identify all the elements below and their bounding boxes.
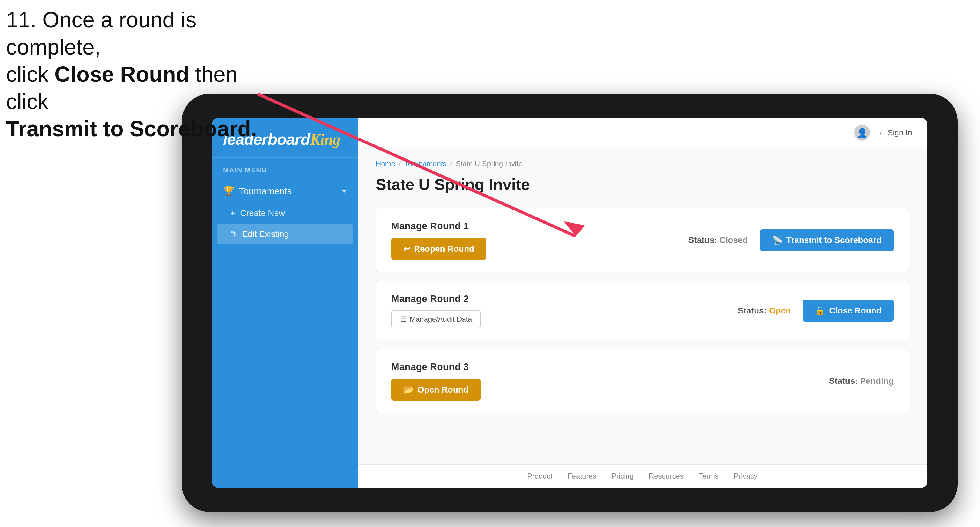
footer-link-pricing[interactable]: Pricing [611,472,634,480]
reopen-round-label: Reopen Round [414,244,474,254]
sign-in-icon: → [875,128,883,138]
footer-link-features[interactable]: Features [568,472,597,480]
open-icon: 📂 [403,385,414,395]
round-1-left: Manage Round 1 ↩ Reopen Round [391,221,486,260]
breadcrumb-current: State U Spring Invite [456,160,522,168]
instruction-transmit-bold: Transmit to Scoreboard. [6,117,257,141]
open-round-button[interactable]: 📂 Open Round [391,379,480,401]
footer-link-terms[interactable]: Terms [699,472,719,480]
transmit-to-scoreboard-button[interactable]: 📡 Transmit to Scoreboard [760,229,894,251]
main-menu-label: MAIN MENU [212,158,358,179]
manage-audit-data-button[interactable]: ☰ Manage/Audit Data [391,310,480,328]
round-2-left: Manage Round 2 ☰ Manage/Audit Data [391,293,480,328]
tablet-screen: leaderboardKing MAIN MENU 🏆 Tournaments … [212,118,927,487]
page-title: State U Spring Invite [376,175,909,194]
avatar: 👤 [854,125,870,141]
plus-icon: + [230,208,235,218]
status-label-3: Status: [829,376,858,386]
status-value-3: Pending [860,376,894,386]
app-layout: leaderboardKing MAIN MENU 🏆 Tournaments … [212,118,927,487]
round-card-1: Manage Round 1 ↩ Reopen Round Status: Cl… [376,208,909,272]
sign-in-label: Sign In [888,128,912,138]
sidebar-item-tournaments[interactable]: 🏆 Tournaments [212,179,358,203]
transmit-label: Transmit to Scoreboard [786,235,881,245]
logo-king: King [310,131,340,148]
footer: Product Features Pricing Resources Terms… [358,464,927,487]
round-1-status: Status: Closed [689,235,748,245]
breadcrumb-home: Home [376,160,395,168]
status-value-1: Closed [719,235,748,245]
footer-link-privacy[interactable]: Privacy [733,472,757,480]
breadcrumb-sep2: / [450,160,452,168]
close-round-button[interactable]: 🔒 Close Round [803,300,894,322]
breadcrumb: Home / Tournaments / State U Spring Invi… [376,160,909,168]
round-3-right: Status: Pending [829,376,894,386]
reopen-icon: ↩ [403,244,410,254]
footer-link-product[interactable]: Product [527,472,552,480]
close-icon: 🔒 [815,306,826,316]
breadcrumb-tournaments: Tournaments [404,160,447,168]
status-label-2: Status: [738,306,767,315]
instruction-line2-prefix: click [6,62,54,86]
round-card-2: Manage Round 2 ☰ Manage/Audit Data Statu… [376,281,909,340]
round-1-title: Manage Round 1 [391,221,486,232]
edit-existing-label: Edit Existing [242,229,289,239]
breadcrumb-sep1: / [399,160,401,168]
trophy-icon: 🏆 [223,186,234,196]
manage-audit-label: Manage/Audit Data [410,315,472,324]
status-label-1: Status: [689,235,717,245]
sidebar-item-edit-existing[interactable]: ✎ Edit Existing [217,224,353,244]
chevron-down-icon [342,190,347,193]
instruction-line1: 11. Once a round is complete, [6,8,196,59]
main-content: 👤 → Sign In Home / Tournaments / State U [358,118,927,487]
nav-left: 🏆 Tournaments [223,186,291,196]
sign-in-area: 👤 → Sign In [854,125,912,141]
round-1-right: Status: Closed 📡 Transmit to Scoreboard [689,229,894,251]
footer-link-resources[interactable]: Resources [649,472,684,480]
round-3-title: Manage Round 3 [391,361,480,373]
create-new-label: Create New [240,208,285,218]
page-area: Home / Tournaments / State U Spring Invi… [358,148,927,464]
round-3-status: Status: Pending [829,376,894,386]
sidebar-item-create-new[interactable]: + Create New [212,203,358,224]
round-2-title: Manage Round 2 [391,293,480,305]
edit-icon: ✎ [230,229,237,239]
instruction-text: 11. Once a round is complete, click Clos… [6,6,279,142]
round-3-left: Manage Round 3 📂 Open Round [391,361,480,401]
transmit-icon: 📡 [772,235,783,245]
instruction-close-round-bold: Close Round [54,62,189,86]
top-bar: 👤 → Sign In [358,118,927,148]
round-card-3: Manage Round 3 📂 Open Round Status: Pend… [376,349,909,413]
tablet-device: leaderboardKing MAIN MENU 🏆 Tournaments … [182,94,958,512]
open-round-label: Open Round [418,385,468,395]
tournaments-label: Tournaments [239,186,291,196]
status-value-2: Open [769,306,791,315]
round-2-right: Status: Open 🔒 Close Round [738,300,894,322]
round-2-status: Status: Open [738,306,791,316]
close-round-label: Close Round [829,306,881,316]
reopen-round-button[interactable]: ↩ Reopen Round [391,238,486,260]
audit-icon: ☰ [400,315,407,324]
sidebar: leaderboardKing MAIN MENU 🏆 Tournaments … [212,118,358,487]
user-icon: 👤 [857,128,867,138]
